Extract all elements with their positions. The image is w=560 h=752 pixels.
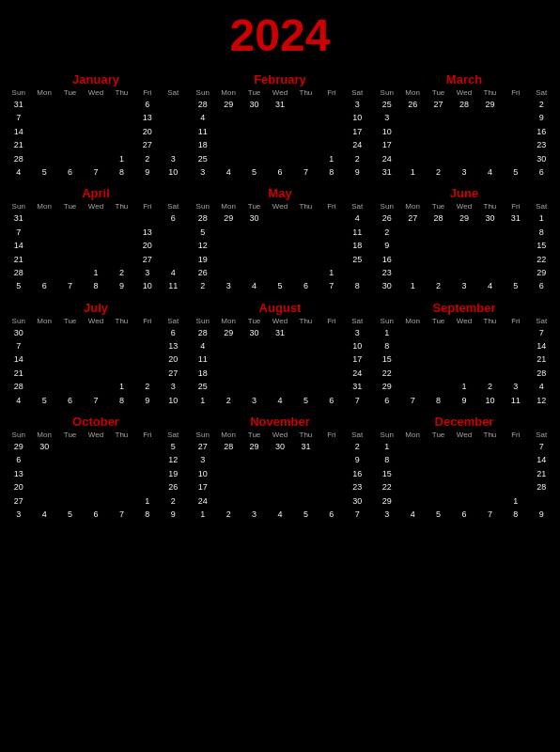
- day-cell: [503, 253, 528, 266]
- day-cell: 30: [267, 440, 292, 453]
- week-row: 915: [374, 239, 554, 252]
- day-cell: 4: [241, 279, 267, 292]
- day-cell: [57, 367, 83, 380]
- day-cell: 3: [190, 453, 215, 466]
- week-row: 2127: [6, 253, 186, 266]
- day-cell: [293, 480, 319, 494]
- day-cell: 29: [6, 440, 31, 453]
- day-cell: [241, 239, 267, 252]
- day-cell: [241, 152, 267, 165]
- day-cell: [109, 467, 134, 480]
- day-cell: 8: [83, 279, 108, 292]
- day-cell: 9: [374, 239, 399, 252]
- day-headers: SunMonTueWedThuFriSat: [6, 431, 186, 439]
- day-cell: [83, 125, 108, 138]
- day-cell: [319, 125, 344, 138]
- day-cell: 29: [451, 212, 476, 225]
- day-cell: 2: [134, 380, 160, 393]
- day-cell: 29: [374, 380, 399, 393]
- day-cell: 1: [399, 279, 425, 292]
- day-cell: [57, 494, 83, 508]
- day-cell: [31, 212, 56, 225]
- day-cell: 7: [477, 508, 503, 521]
- day-cell: 8: [345, 279, 370, 292]
- day-cell: [426, 239, 451, 252]
- month-name: August: [190, 301, 370, 315]
- month-name: March: [374, 72, 554, 86]
- day-header: Thu: [109, 88, 134, 97]
- day-cell: 3: [161, 152, 186, 165]
- day-cell: 28: [426, 212, 451, 225]
- week-row: 25262728292: [374, 98, 554, 111]
- day-header: Wed: [83, 88, 108, 97]
- day-cell: 2: [215, 394, 241, 407]
- day-cell: [477, 352, 503, 366]
- day-header: Wed: [451, 431, 476, 439]
- day-cell: 17: [345, 352, 370, 366]
- day-cell: [83, 212, 108, 225]
- day-cell: [293, 339, 319, 352]
- day-cell: [267, 152, 292, 165]
- day-cell: [57, 480, 83, 494]
- weeks: 2829303134101117182425123456789: [190, 98, 370, 179]
- week-row: 1016: [374, 125, 554, 138]
- day-cell: 4: [477, 165, 503, 179]
- day-cell: [31, 467, 56, 480]
- day-header: Thu: [477, 431, 503, 439]
- day-cell: 23: [374, 266, 399, 279]
- day-cell: [134, 352, 160, 366]
- day-cell: [426, 152, 451, 165]
- day-cell: [477, 339, 503, 352]
- day-cell: 28: [6, 152, 31, 165]
- day-cell: 19: [190, 253, 215, 266]
- day-cell: 31: [6, 98, 31, 111]
- day-header: Wed: [451, 202, 476, 211]
- day-cell: [477, 253, 503, 266]
- day-cell: [134, 339, 160, 352]
- day-cell: [31, 239, 56, 252]
- day-cell: [241, 111, 267, 124]
- weeks: 17814152122282912346789101112: [374, 326, 554, 407]
- day-cell: 1: [109, 152, 134, 165]
- week-row: 17: [374, 326, 554, 339]
- day-cell: [293, 138, 319, 151]
- day-cell: 10: [345, 111, 370, 124]
- day-cell: [293, 253, 319, 266]
- day-cell: [109, 494, 134, 508]
- day-cell: 3: [345, 98, 370, 111]
- day-header: Mon: [215, 88, 241, 97]
- day-cell: [109, 212, 134, 225]
- day-header: Fri: [134, 202, 160, 211]
- day-cell: [241, 494, 267, 508]
- day-header: Sat: [345, 317, 370, 325]
- day-cell: 29: [529, 266, 554, 279]
- week-row: 261: [190, 266, 370, 279]
- day-header: Sun: [374, 317, 399, 325]
- day-cell: 18: [190, 367, 215, 380]
- day-header: Sun: [190, 317, 215, 325]
- day-cell: 11: [345, 226, 370, 239]
- day-cell: 28: [529, 367, 554, 380]
- day-cell: 5: [161, 440, 186, 453]
- day-cell: [503, 352, 528, 366]
- day-cell: 25: [190, 380, 215, 393]
- weeks: 17814152122282913456789: [374, 440, 554, 521]
- week-row: 1117: [190, 125, 370, 138]
- day-cell: [399, 111, 425, 124]
- day-cell: 30: [374, 279, 399, 292]
- day-cell: 27: [399, 212, 425, 225]
- day-cell: [293, 152, 319, 165]
- month-name: December: [374, 415, 554, 429]
- day-cell: 28: [6, 266, 31, 279]
- day-cell: [426, 453, 451, 466]
- day-cell: [426, 467, 451, 480]
- week-row: 1319: [6, 467, 186, 480]
- day-cell: 21: [529, 467, 554, 480]
- day-cell: 4: [529, 380, 554, 393]
- day-cell: [215, 125, 241, 138]
- day-cell: [241, 453, 267, 466]
- day-cell: [134, 440, 160, 453]
- day-cell: 13: [134, 111, 160, 124]
- day-cell: [57, 440, 83, 453]
- day-cell: 2: [529, 98, 554, 111]
